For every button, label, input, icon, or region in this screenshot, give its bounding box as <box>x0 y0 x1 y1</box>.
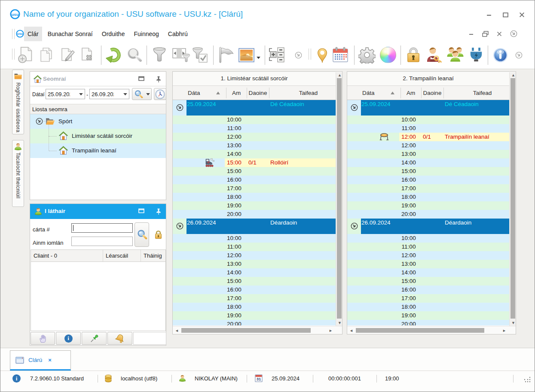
scroll-down-arrow[interactable]: ▼ <box>338 321 342 325</box>
collapse-icon[interactable] <box>36 118 43 125</box>
tree-panels-button[interactable] <box>268 46 285 64</box>
rooms-clock-button[interactable] <box>154 88 166 100</box>
info-button-small[interactable]: i <box>56 332 81 345</box>
date-group-row[interactable]: 25.09.2024Dé Céadaoin <box>347 100 509 115</box>
user-permissions-button[interactable] <box>425 46 442 64</box>
hand-button[interactable] <box>31 332 55 345</box>
time-slot-row[interactable]: 13:00 <box>173 141 336 150</box>
menu-item-fuinneog[interactable]: Fuinneog <box>130 27 162 41</box>
time-slot-row[interactable]: 17:00 <box>347 294 509 303</box>
toolbar-overflow-icon[interactable] <box>294 51 302 59</box>
scroll-up-arrow[interactable]: ▲ <box>338 73 342 77</box>
column-header-thainig[interactable]: Tháinig <box>141 250 165 261</box>
calendar-button[interactable] <box>332 46 349 64</box>
column-header-cliaint[interactable]: Cliaint - 0 <box>31 250 103 261</box>
time-slot-row[interactable]: 15:00 <box>347 167 509 176</box>
rooms-search-button[interactable] <box>132 88 145 100</box>
time-slot-row[interactable]: 18:00 <box>173 193 336 201</box>
time-slot-row[interactable]: 16:00 <box>347 176 509 184</box>
column-header-learscail[interactable]: Léarscáil <box>103 250 141 261</box>
column-header-taifead[interactable]: Taifead <box>443 86 509 100</box>
pushpin-button[interactable] <box>82 332 107 345</box>
time-slot-row[interactable]: 12:00 <box>173 133 336 141</box>
group-expand-icon[interactable] <box>351 222 358 230</box>
flag-button[interactable] <box>217 46 234 64</box>
search-button[interactable] <box>126 46 143 64</box>
scroll-left-arrow[interactable]: ◄ <box>349 328 353 333</box>
date-from-combo[interactable]: 25.09.2024 <box>46 89 85 99</box>
toolbar-overflow-icon[interactable] <box>515 51 523 59</box>
time-slot-row[interactable]: 18:00 <box>347 193 509 201</box>
column-header-data[interactable]: Dáta <box>186 86 217 100</box>
scrollbar-thumb[interactable] <box>337 78 342 319</box>
picture-button[interactable] <box>238 46 254 64</box>
time-slot-row[interactable]: 11:00 <box>173 124 336 133</box>
scrollbar-thumb[interactable] <box>511 78 515 319</box>
time-slot-row[interactable]: 20:00 <box>347 210 509 219</box>
menubar-grip[interactable] <box>12 29 15 39</box>
column-header-taifead[interactable]: Taifead <box>269 86 336 100</box>
window-minimize-button[interactable] <box>485 11 493 18</box>
panel-maximize-icon[interactable] <box>138 76 144 81</box>
present-search-button[interactable] <box>135 222 149 247</box>
date-group-row[interactable]: 26.09.2024Déardaoin <box>347 219 509 234</box>
time-slot-row[interactable]: 13:00 <box>347 260 509 268</box>
chevron-down-icon[interactable] <box>77 93 85 96</box>
time-slot-row[interactable]: 10:00 <box>173 115 336 124</box>
users-group-button[interactable] <box>446 46 465 64</box>
menu-item-clar[interactable]: Clár <box>24 27 42 41</box>
toolbar-grip-2[interactable] <box>309 49 311 60</box>
card-number-input[interactable] <box>71 223 133 233</box>
scroll-right-arrow[interactable]: ► <box>329 328 333 333</box>
time-slot-row[interactable]: 11:00 <box>173 243 336 251</box>
window-maximize-button[interactable] <box>501 11 509 18</box>
delete-record-button[interactable] <box>79 46 97 64</box>
refresh-button[interactable] <box>105 46 122 64</box>
filter-check-button[interactable] <box>192 46 209 64</box>
column-header-daoine[interactable]: Daoine <box>421 86 443 100</box>
tree-row-limistear[interactable]: Limistéar scátáil sorcóir <box>30 129 166 143</box>
rollup-button[interactable] <box>510 30 517 37</box>
sidebar-tab-user-menu[interactable]: Roghchlár úsáideora <box>12 70 24 134</box>
time-slot-row[interactable]: 12:00 <box>347 141 509 150</box>
column-header-daoine[interactable]: Daoine <box>247 86 269 100</box>
time-slot-row[interactable]: 16:00 <box>347 286 509 294</box>
time-slot-row[interactable]: 14:00 <box>347 268 509 277</box>
time-slot-row[interactable]: 17:00 <box>347 184 509 193</box>
time-slot-row[interactable]: 20:00 <box>347 320 509 325</box>
panel-maximize-icon[interactable] <box>138 208 144 213</box>
child-minimize-button[interactable] <box>469 31 474 36</box>
vertical-scrollbar[interactable]: ▲▼ <box>336 72 342 326</box>
time-slot-row[interactable]: 19:00 <box>173 201 336 210</box>
scrollbar-thumb[interactable] <box>181 328 311 333</box>
time-slot-row[interactable]: 17:00 <box>173 294 336 303</box>
time-slot-row[interactable]: 10:00 <box>173 234 336 243</box>
filter-button[interactable] <box>151 46 168 64</box>
time-slot-row[interactable]: 15:00 <box>173 167 336 176</box>
time-slot-row[interactable]: 13:00 <box>173 260 336 268</box>
settings-gear-button[interactable] <box>358 46 376 64</box>
picture-dropdown-arrow[interactable] <box>257 53 260 61</box>
time-slot-row[interactable]: 15:00 <box>173 277 336 286</box>
child-close-button[interactable] <box>497 31 502 36</box>
time-slot-row[interactable]: 19:00 <box>347 201 509 210</box>
date-group-row[interactable]: 26.09.2024Déardaoin <box>173 219 336 234</box>
time-slot-row[interactable]: 14:00 <box>347 158 509 167</box>
time-slot-row[interactable]: 18:00 <box>173 303 336 311</box>
resize-grip[interactable] <box>523 376 531 385</box>
time-slot-row[interactable]: 19:00 <box>173 311 336 320</box>
document-tab-claru[interactable]: Clárú × <box>10 350 71 371</box>
scroll-right-arrow[interactable]: ► <box>502 328 506 333</box>
color-wheel-button[interactable] <box>379 46 397 64</box>
sidebar-tab-tech-support[interactable]: Tacaíocht theicniúil <box>12 140 24 207</box>
time-slot-row[interactable]: 20:00 <box>173 210 336 219</box>
lock-button[interactable] <box>405 46 422 64</box>
vertical-scrollbar[interactable]: ▲▼ <box>509 72 516 326</box>
column-header-data[interactable]: Dáta <box>361 86 391 100</box>
group-expand-icon[interactable] <box>351 104 358 111</box>
menu-item-bunachar-sonrai[interactable]: Bunachar Sonraí <box>44 27 96 41</box>
present-lock-icon[interactable] <box>154 230 163 241</box>
time-slot-row[interactable]: 13:00 <box>347 150 509 158</box>
time-slot-row[interactable]: 10:00 <box>347 234 509 243</box>
time-slot-row[interactable]: 16:00 <box>173 286 336 294</box>
